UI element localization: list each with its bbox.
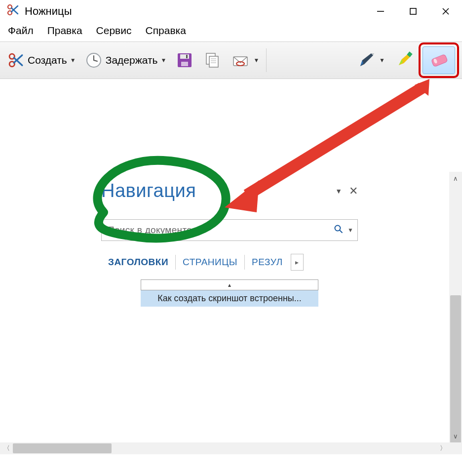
navigation-pane: Навигация ▼ ✕ Поиск в документе ▼ ЗАГОЛО… (101, 180, 358, 307)
svg-rect-32 (431, 54, 448, 67)
chevron-down-icon[interactable]: ▼ (161, 57, 167, 64)
maximize-button[interactable] (397, 0, 429, 23)
svg-rect-5 (410, 8, 416, 14)
canvas-area: Навигация ▼ ✕ Поиск в документе ▼ ЗАГОЛО… (0, 79, 462, 454)
toolbar: Создать ▼ Задержать ▼ (0, 41, 462, 79)
vertical-scrollbar[interactable]: ∧ ∨ (449, 172, 462, 442)
pane-menu-icon[interactable]: ▼ (335, 187, 342, 195)
new-label: Создать (28, 54, 67, 66)
minimize-button[interactable] (364, 0, 397, 23)
svg-rect-17 (181, 62, 188, 66)
scroll-up-icon[interactable]: ∧ (449, 172, 462, 185)
tab-scroll-right[interactable]: ▸ (291, 254, 304, 271)
scroll-down-icon[interactable]: ∨ (449, 430, 462, 442)
floppy-icon (175, 51, 194, 70)
clock-icon (85, 51, 103, 69)
svg-rect-18 (186, 55, 188, 58)
window-controls (364, 0, 462, 23)
horizontal-scrollbar[interactable]: 〈 〉 (0, 442, 449, 454)
collapse-icon: ▴ (228, 281, 231, 288)
delay-label: Задержать (106, 54, 158, 66)
pen-icon (356, 50, 376, 70)
highlighter-icon (394, 50, 414, 70)
chevron-down-icon[interactable]: ▼ (379, 57, 385, 64)
svg-line-35 (340, 230, 342, 233)
menu-help[interactable]: Справка (146, 25, 186, 37)
highlighter-button[interactable] (390, 47, 418, 73)
pen-button[interactable]: ▼ (352, 47, 389, 73)
pane-close-icon[interactable]: ✕ (349, 185, 358, 198)
chevron-down-icon[interactable]: ▼ (347, 227, 353, 234)
eraser-icon (428, 51, 450, 70)
menu-tools[interactable]: Сервис (96, 25, 132, 37)
collapse-bar[interactable]: ▴ (141, 279, 318, 290)
scrollbar-corner (449, 442, 462, 454)
scroll-thumb[interactable] (13, 443, 112, 453)
toolbar-divider (266, 48, 267, 72)
save-button[interactable] (171, 48, 198, 73)
search-box[interactable]: Поиск в документе ▼ (101, 219, 358, 241)
search-placeholder: Поиск в документе (108, 225, 330, 236)
delay-button[interactable]: Задержать ▼ (81, 48, 171, 72)
scroll-left-icon[interactable]: 〈 (0, 442, 13, 454)
menu-edit[interactable]: Правка (47, 25, 82, 37)
svg-rect-20 (209, 56, 218, 67)
navigation-title: Навигация (101, 180, 196, 201)
navigation-tabs: ЗАГОЛОВКИ СТРАНИЦЫ РЕЗУЛ ▸ (101, 254, 358, 271)
eraser-highlight-box (419, 42, 459, 78)
scissors-icon (6, 3, 20, 20)
new-button[interactable]: Создать ▼ (3, 48, 80, 72)
svg-rect-16 (180, 54, 189, 59)
scroll-right-icon[interactable]: 〉 (436, 442, 449, 454)
svg-marker-36 (415, 79, 429, 96)
search-icon[interactable] (334, 224, 344, 237)
chevron-down-icon[interactable]: ▼ (70, 57, 76, 64)
window-title: Ножницы (25, 5, 72, 18)
scissors-icon (7, 51, 25, 69)
menu-bar: Файл Правка Сервис Справка (0, 23, 462, 41)
heading-item[interactable]: Как создать скриншот встроенны... (141, 290, 318, 307)
scroll-thumb[interactable] (450, 295, 461, 443)
chevron-down-icon[interactable]: ▼ (253, 57, 259, 64)
send-button[interactable]: ▼ (227, 48, 263, 73)
eraser-button[interactable] (423, 46, 455, 74)
title-bar: Ножницы (0, 0, 462, 23)
svg-marker-26 (360, 53, 373, 66)
copy-button[interactable] (199, 48, 226, 73)
close-button[interactable] (429, 0, 462, 23)
menu-file[interactable]: Файл (8, 25, 34, 37)
mail-icon (231, 51, 250, 70)
copy-icon (203, 51, 222, 70)
tab-pages[interactable]: СТРАНИЦЫ (176, 255, 244, 270)
tab-headings[interactable]: ЗАГОЛОВКИ (101, 255, 175, 270)
tab-results[interactable]: РЕЗУЛ (245, 255, 290, 270)
